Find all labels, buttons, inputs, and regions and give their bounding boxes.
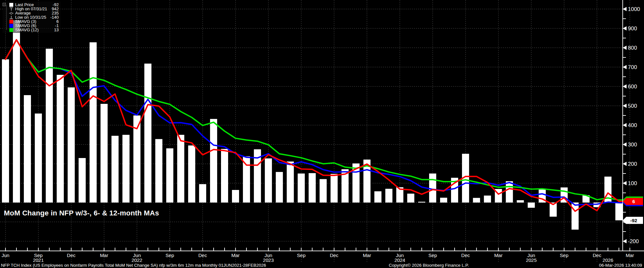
legend-label: SMAVG (12) [15,28,54,32]
bar [484,195,491,203]
bar [35,114,42,203]
x-axis-month-label: Dec [67,253,75,258]
bar [309,173,316,203]
legend-row-smavg-12[interactable]: SMAVG (12)13 [3,28,59,32]
bar [68,87,75,203]
bloomberg-chart-screen: 10009008007006005004003002001000-100-200… [0,0,644,268]
bar [24,95,31,203]
x-axis-month-label: Sep [166,253,174,258]
x-axis-month-label: Mar [363,253,371,258]
bar [210,119,217,203]
axis-badges-layer: 6-92 [623,196,643,224]
bar [418,202,425,203]
smavg6-swatch [9,24,14,28]
low-marker [9,15,14,19]
y-axis-arrow-tick [623,104,627,108]
y-axis-tick-label: -200 [628,238,639,244]
bar [79,158,86,203]
y-axis-arrow-tick [623,84,627,89]
y-axis-arrow-tick [623,143,627,147]
y-axis-arrow-tick [623,239,627,243]
last-value-badge-text: 6 [632,199,635,204]
bar [615,203,622,220]
last-value-badge-text: -92 [630,218,637,223]
x-axis-month-label: Sep [560,253,569,258]
chart-title: MoM Change in NFP w/3-, 6- & 12-month MA… [4,209,159,217]
x-axis-month-label: Mar [231,253,240,258]
bar [112,136,119,203]
chart-legend: Last Price-92High on 07/31/21942Average2… [3,2,61,33]
bar [144,64,151,203]
last-price-swatch [9,3,14,7]
x-axis-month-label: Jun [2,253,9,258]
legend-value: 13 [54,28,59,32]
y-axis-arrow-tick [623,46,627,50]
y-axis-tick-label: 900 [628,25,637,32]
x-axis-month-label: Dec [198,253,207,258]
bar [276,172,283,203]
x-axis-month-label: Sep [297,253,306,258]
bar [517,200,524,203]
average-marker [9,11,14,15]
chart-plot-area[interactable]: 10009008007006005004003002001000-100-200… [0,0,644,268]
bar [385,189,392,203]
bar [221,149,228,203]
bar [90,42,97,203]
bar [57,75,64,203]
x-axis-month-label: Dec [593,253,601,258]
y-axis-arrow-tick [623,123,627,127]
high-marker [9,7,14,11]
smavg3-swatch [9,20,14,24]
bar [298,174,305,203]
smavg12-swatch [9,28,14,32]
y-axis-tick-label: 700 [628,64,637,70]
bar [440,198,447,203]
y-axis-arrow-tick [623,26,627,31]
legend-collapse-icon[interactable]: - [3,3,6,6]
bar [331,174,338,203]
x-axis-month-label: Mar [626,253,634,258]
timestamp-text: 06-Mar-2026 13:40:09 [599,263,642,268]
bar [232,190,239,203]
y-axis-tick-label: 200 [628,161,637,167]
x-axis-month-label: Mar [494,253,503,258]
y-axis-arrow-tick [623,181,627,185]
y-axis-arrow-tick [623,162,627,166]
bar [199,184,206,203]
security-description: NFP TCH Index (US Employees on Nonfarm P… [1,263,266,268]
bar [122,135,129,203]
x-axis-month-label: Dec [461,253,470,258]
bar [429,174,436,203]
bar [287,162,294,203]
bar [506,181,513,203]
bar [265,158,272,203]
y-axis-tick-label: 300 [628,142,637,148]
y-axis-tick-label: 400 [628,122,637,128]
y-axis-arrow-tick [623,65,627,69]
bar [155,139,162,203]
bar [407,194,414,203]
bar [320,179,327,203]
bar [528,203,535,208]
y-axis-tick-label: 600 [628,84,637,90]
legend-row-high-on-07-31-21[interactable]: High on 07/31/21942 [3,7,59,11]
bar [166,148,173,203]
copyright-text: Copyright© 2026 Bloomberg Finance L.P. [389,263,469,268]
bar [473,198,480,203]
y-axis-tick-label: 100 [628,180,637,186]
legend-tree-line [6,5,7,30]
y-axis-arrow-tick [623,7,627,11]
bar [571,203,579,230]
x-axis-month-label: Sep [428,253,437,258]
y-axis-tick-label: 500 [628,103,637,109]
bar [101,104,108,203]
y-axis-tick-label: 800 [628,45,637,51]
bar [13,20,20,203]
x-axis-month-label: Dec [330,253,338,258]
bar [188,145,195,203]
bar [46,49,53,203]
bar [177,135,184,203]
bar [374,191,381,203]
y-axis-tick-label: 1000 [628,6,640,12]
footer-bar: NFP TCH Index (US Employees on Nonfarm P… [0,262,644,268]
